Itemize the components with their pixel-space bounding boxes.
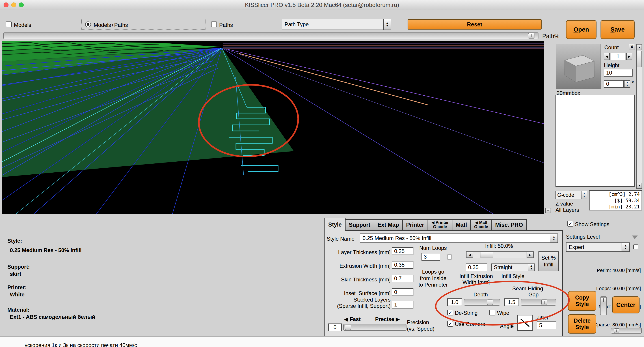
status-support-label: Support: bbox=[8, 264, 30, 270]
angle-button[interactable] bbox=[517, 315, 533, 331]
stacked-layers-label: Stacked Layers (Sparse Infill, Support) bbox=[325, 297, 390, 309]
status-style-label: Style: bbox=[8, 238, 22, 244]
stacked-layers-field[interactable]: 1 bbox=[392, 301, 414, 309]
infill-scroll-right-icon[interactable]: ▶ bbox=[526, 252, 533, 258]
model-list-scrollbar[interactable]: ▲ ▼ bbox=[636, 44, 642, 189]
path-type-value: Path Type bbox=[282, 19, 383, 29]
count-field[interactable]: 1 bbox=[610, 53, 626, 60]
precise-label: Precise ▶ bbox=[375, 316, 400, 322]
degree-symbol: ° bbox=[632, 80, 634, 87]
models-paths-radio[interactable] bbox=[85, 21, 91, 27]
count-decrement-icon[interactable]: ◀ bbox=[604, 53, 610, 60]
count-increment-icon[interactable]: ▶ bbox=[626, 53, 632, 60]
use-corners-checkbox[interactable]: ✓ bbox=[447, 321, 453, 327]
model-preview-thumbnail[interactable] bbox=[556, 44, 601, 89]
save-button[interactable]: Save bbox=[600, 20, 634, 39]
height-field[interactable]: 10 bbox=[604, 69, 632, 76]
settings-level-checkbox[interactable] bbox=[633, 245, 638, 249]
viewport-collapse-button[interactable]: − bbox=[545, 208, 551, 213]
models-checkbox[interactable] bbox=[6, 21, 12, 27]
tab-printer-gcode[interactable]: ◀ PrinterG-code bbox=[428, 219, 452, 230]
tab-printer[interactable]: Printer bbox=[402, 219, 428, 230]
infill-style-dropdown[interactable]: Straight ▲▼ bbox=[491, 264, 535, 271]
extrusion-width-field[interactable]: 0.35 bbox=[392, 261, 414, 269]
tab-matl[interactable]: Matl bbox=[452, 219, 471, 230]
path-type-dropdown[interactable]: Path Type ▲▼ bbox=[282, 19, 391, 30]
speed-perim: Perim: 40.00 [mm/s] bbox=[573, 267, 641, 273]
settings-level-label: Settings Level bbox=[566, 234, 600, 240]
style-name-dropdown[interactable]: 0.25 Medium Res - 50% Infill ▲▼ bbox=[360, 234, 558, 243]
tab-style[interactable]: Style bbox=[324, 218, 346, 231]
model-preview-box bbox=[556, 44, 600, 88]
layer-thickness-label: Layer Thickness [mm] bbox=[325, 249, 390, 255]
path-type-stepper-icon[interactable]: ▲▼ bbox=[383, 19, 391, 29]
path-percent-slider-thumb[interactable] bbox=[528, 33, 534, 38]
destring-checkbox[interactable]: ✓ bbox=[447, 310, 453, 316]
seam-gap-slider[interactable] bbox=[521, 299, 556, 306]
precision-slider-thumb[interactable] bbox=[345, 325, 351, 330]
style-vertical-slider[interactable] bbox=[600, 296, 607, 315]
set-infill-button[interactable]: Set % Infill bbox=[538, 251, 559, 271]
status-support-value: skirt bbox=[10, 271, 21, 277]
paths-checkbox[interactable] bbox=[211, 21, 217, 27]
tab-ext-map[interactable]: Ext Map bbox=[374, 219, 403, 230]
seam-depth-field[interactable]: 1.0 bbox=[447, 299, 462, 306]
seam-gap-slider-thumb[interactable] bbox=[541, 300, 547, 305]
show-settings-checkbox[interactable]: ✓ bbox=[567, 221, 573, 227]
stat-cost: [$] 59.34 bbox=[590, 197, 640, 204]
bottom-right-slider-thumb[interactable] bbox=[614, 329, 619, 333]
reset-button[interactable]: Reset bbox=[408, 19, 542, 29]
infill-scroll-left-icon[interactable]: ◀ bbox=[466, 252, 473, 258]
path-percent-label: Path% bbox=[542, 33, 560, 40]
rotation-stepper-icon[interactable]: ▲▼ bbox=[624, 80, 630, 88]
viewport-3d-scene[interactable] bbox=[2, 41, 544, 214]
infill-extrusion-field[interactable]: 0.35 bbox=[466, 264, 487, 271]
infill-style-stepper-icon[interactable]: ▲▼ bbox=[528, 264, 534, 271]
scroll-up-icon[interactable]: ▲ bbox=[637, 44, 642, 50]
style-name-stepper-icon[interactable]: ▲▼ bbox=[550, 234, 558, 243]
count-label: Count bbox=[604, 44, 619, 51]
seam-gap-field[interactable]: 1.5 bbox=[504, 299, 519, 306]
settings-level-dropdown[interactable]: Expert ▲▼ bbox=[566, 243, 630, 252]
copy-style-button[interactable]: Copy Style bbox=[568, 291, 596, 311]
style-name-label: Style Name bbox=[327, 236, 354, 242]
path-percent-slider[interactable] bbox=[3, 32, 538, 39]
infill-scrollbar[interactable]: ◀ ▶ bbox=[466, 251, 534, 258]
infill-scrollbar-thumb[interactable] bbox=[480, 252, 493, 258]
settings-level-arrow-icon[interactable] bbox=[632, 236, 638, 239]
model-close-button[interactable]: X bbox=[629, 44, 635, 50]
tab-misc-pro[interactable]: Misc. PRO bbox=[492, 219, 527, 230]
center-button[interactable]: Center bbox=[612, 296, 640, 314]
num-loops-field[interactable]: 3 bbox=[422, 253, 440, 261]
seam-depth-slider[interactable] bbox=[464, 299, 500, 306]
scroll-down-icon[interactable]: ▼ bbox=[637, 183, 642, 189]
layer-thickness-field[interactable]: 0.25 bbox=[392, 247, 414, 255]
bottom-note-bar: ускорения 1к и 3к на скорости печати 40м… bbox=[0, 337, 644, 347]
tab-support[interactable]: Support bbox=[345, 219, 374, 230]
style-vertical-slider-thumb[interactable] bbox=[601, 297, 606, 303]
precision-value-field[interactable]: 0 bbox=[328, 324, 342, 331]
gcode-dropdown[interactable]: G-code ▲▼ bbox=[556, 191, 587, 199]
model-list[interactable] bbox=[556, 95, 635, 187]
rotation-field[interactable]: 0 bbox=[604, 80, 624, 88]
seam-depth-slider-thumb[interactable] bbox=[487, 300, 493, 305]
model-scrollbar-thumb[interactable] bbox=[637, 51, 642, 67]
delete-style-button[interactable]: Delete Style bbox=[568, 314, 596, 334]
inset-surface-field[interactable]: 0 bbox=[392, 288, 414, 296]
status-style-value: 0.25 Medium Res - 50% Infill bbox=[10, 247, 82, 253]
skin-thickness-field[interactable]: 0.7 bbox=[392, 275, 414, 282]
gcode-stepper-icon[interactable]: ▲▼ bbox=[581, 191, 587, 199]
settings-tabbar: Style Support Ext Map Printer ◀ PrinterG… bbox=[324, 217, 526, 230]
settings-level-stepper-icon[interactable]: ▲▼ bbox=[622, 243, 629, 251]
bottom-right-slider[interactable] bbox=[611, 328, 642, 334]
num-loops-label: Num Loops bbox=[414, 245, 452, 251]
bottom-note-text: ускорения 1к и 3к на скорости печати 40м… bbox=[25, 342, 137, 347]
extrusion-width-label: Extrusion Width [mm] bbox=[325, 263, 390, 269]
num-loops-checkbox[interactable] bbox=[447, 255, 452, 260]
wipe-checkbox[interactable] bbox=[490, 310, 495, 316]
precision-slider[interactable] bbox=[343, 324, 406, 331]
infill-percent-label: Infill: 50.0% bbox=[464, 243, 534, 249]
open-button[interactable]: Open bbox=[566, 20, 596, 39]
jitter-field[interactable]: 5 bbox=[537, 322, 556, 329]
tab-matl-gcode[interactable]: ◀ MatlG-code bbox=[470, 219, 492, 230]
